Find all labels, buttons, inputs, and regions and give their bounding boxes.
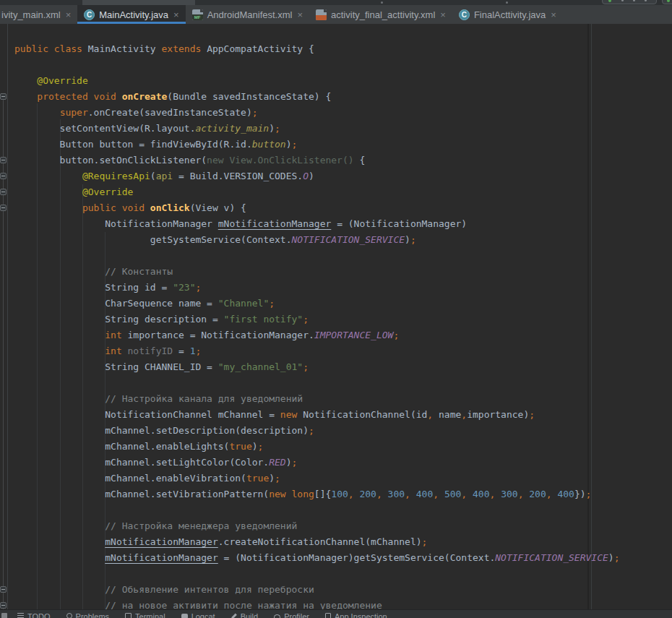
code-line: String description = "first notify"; bbox=[14, 312, 672, 327]
terminal-icon bbox=[125, 613, 132, 618]
code-line: // на новое активити после нажатия на ув… bbox=[14, 598, 672, 609]
todo-list-icon bbox=[17, 613, 24, 618]
bottombar-item-label: Build bbox=[241, 612, 258, 618]
bottombar-item-app-inspection[interactable]: App Inspection bbox=[325, 612, 387, 618]
code-line: mChannel.setDescription(description); bbox=[14, 423, 672, 439]
code-line: mChannel.setLightColor(Color.RED); bbox=[14, 455, 672, 471]
tab-mainactivity-java[interactable]: CMainActivity.java× bbox=[77, 5, 185, 24]
code-line: public void onClick(View v) { bbox=[14, 200, 672, 216]
tab-androidmanifest-xml[interactable]: MFAndroidManifest.xml× bbox=[186, 5, 309, 24]
code-line: // Константы bbox=[14, 264, 672, 280]
tab-label: FinalActtivity.java bbox=[474, 9, 546, 20]
layout-xml-file-icon bbox=[316, 9, 327, 20]
code-line bbox=[14, 502, 672, 518]
code-line: protected void onCreate(Bundle savedInst… bbox=[14, 89, 672, 105]
code-line: // Обьявление интентов для переброски bbox=[14, 582, 672, 598]
code-line: // Настройка менеджера уведомлений bbox=[14, 518, 672, 534]
fold-marker[interactable] bbox=[0, 173, 7, 179]
code-line: mNotificationManager = (NotificationMana… bbox=[14, 550, 672, 566]
code-line: @RequiresApi(api = Build.VERSION_CODES.O… bbox=[14, 168, 672, 184]
bottombar-item-label: Profiler bbox=[284, 612, 309, 618]
logcat-icon bbox=[181, 614, 188, 618]
code-line: NotificationChannel mChannel = new Notif… bbox=[14, 407, 672, 423]
app-inspection-icon bbox=[325, 613, 331, 618]
fold-marker[interactable] bbox=[0, 157, 7, 163]
tab-activity-final-acttivity-xml[interactable]: activity_final_acttivity.xml× bbox=[309, 5, 452, 24]
toolbar-dot-icon bbox=[381, 1, 383, 4]
bottombar-item-label: TODO bbox=[27, 612, 51, 618]
tab-finalacttivity-java[interactable]: CFinalActtivity.java× bbox=[452, 5, 563, 24]
code-line: mChannel.enableVibration(true); bbox=[14, 471, 672, 486]
fold-marker[interactable] bbox=[0, 93, 7, 100]
code-line bbox=[14, 566, 672, 582]
tab-close-icon[interactable]: × bbox=[551, 10, 556, 20]
toolbar-dot-icon bbox=[506, 1, 508, 4]
tab-label: MainActivity.java bbox=[99, 9, 168, 20]
editor-tab-bar: ivity_main.xml×CMainActivity.java×MFAndr… bbox=[0, 5, 672, 24]
build-hammer-icon bbox=[231, 614, 237, 618]
tab-close-icon[interactable]: × bbox=[173, 10, 179, 20]
code-line: public class MainActivity extends AppCom… bbox=[14, 41, 672, 57]
code-editor[interactable]: public class MainActivity extends AppCom… bbox=[0, 24, 672, 609]
code-line: String id = "23"; bbox=[14, 280, 672, 296]
code-area[interactable]: public class MainActivity extends AppCom… bbox=[0, 24, 672, 609]
bottombar-item-build[interactable]: Build bbox=[231, 612, 258, 618]
code-line bbox=[14, 57, 672, 73]
bottombar-item-logcat[interactable]: Logcat bbox=[181, 612, 215, 618]
tab-label: ivity_main.xml bbox=[1, 9, 61, 20]
code-line: button.setOnClickListener(new View.OnCli… bbox=[14, 153, 672, 168]
code-line: mNotificationManager.createNotificationC… bbox=[14, 534, 672, 550]
manifest-file-icon: MF bbox=[192, 9, 203, 20]
code-line: @Override bbox=[14, 184, 672, 200]
code-line: // Настройка канала для уведомлений bbox=[14, 391, 672, 407]
tab-close-icon[interactable]: × bbox=[297, 10, 303, 20]
bottombar-item-label: Problems bbox=[76, 612, 109, 618]
fold-marker[interactable] bbox=[0, 586, 7, 593]
run-widget-fragment[interactable] bbox=[662, 0, 672, 4]
toolbar-segment bbox=[82, 0, 195, 5]
bottombar-item-label: Terminal bbox=[135, 612, 165, 618]
ide-window: ivity_main.xml×CMainActivity.java×MFAndr… bbox=[0, 0, 672, 618]
bottombar-item-problems[interactable]: Problems bbox=[66, 612, 109, 618]
tab-close-icon[interactable]: × bbox=[440, 10, 446, 20]
code-line: getSystemService(Context.NOTIFICATION_SE… bbox=[14, 232, 672, 248]
code-line: String CHANNEL_ID = "my_channel_01"; bbox=[14, 359, 672, 375]
profiler-icon bbox=[274, 614, 280, 618]
problems-icon bbox=[66, 613, 72, 618]
fold-marker[interactable] bbox=[0, 205, 7, 211]
java-class-file-icon: C bbox=[459, 9, 470, 20]
bottombar-item-label: App Inspection bbox=[335, 612, 387, 618]
code-line: mChannel.setVibrationPattern(new long[]{… bbox=[14, 486, 672, 502]
fold-marker[interactable] bbox=[0, 189, 7, 195]
code-line bbox=[14, 375, 672, 391]
code-line: Button button = findViewById(R.id.button… bbox=[14, 137, 672, 153]
code-line: CharSequence name = "Channel"; bbox=[14, 296, 672, 312]
java-class-file-icon: C bbox=[84, 9, 95, 20]
tool-window-bar: TODOProblemsTerminalLogcatBuildProfilerA… bbox=[0, 609, 672, 618]
code-line: setContentView(R.layout.activity_main); bbox=[14, 121, 672, 137]
fold-marker[interactable] bbox=[0, 602, 7, 609]
bottombar-item-terminal[interactable]: Terminal bbox=[125, 612, 165, 618]
tab-label: AndroidManifest.xml bbox=[207, 9, 293, 20]
code-line: int notifyID = 1; bbox=[14, 343, 672, 359]
toolbar-cropped-strip bbox=[0, 0, 672, 5]
tab-close-icon[interactable]: × bbox=[66, 10, 72, 20]
window-icon-fragment[interactable] bbox=[1, 613, 7, 618]
code-line: super.onCreate(savedInstanceState); bbox=[14, 105, 672, 121]
code-line: int importance = NotificationManager.IMP… bbox=[14, 327, 672, 343]
bottombar-item-todo[interactable]: TODO bbox=[17, 612, 51, 618]
code-line: @Override bbox=[14, 73, 672, 89]
code-line: mChannel.enableLights(true); bbox=[14, 439, 672, 455]
tab-ivity-main-xml[interactable]: ivity_main.xml× bbox=[0, 5, 77, 24]
bottombar-item-profiler[interactable]: Profiler bbox=[274, 612, 309, 618]
code-line bbox=[14, 248, 672, 264]
code-line: NotificationManager mNotificationManager… bbox=[14, 216, 672, 232]
run-widget-fragment[interactable] bbox=[602, 0, 657, 4]
bottombar-item-label: Logcat bbox=[191, 612, 215, 618]
tab-label: activity_final_acttivity.xml bbox=[331, 9, 435, 20]
